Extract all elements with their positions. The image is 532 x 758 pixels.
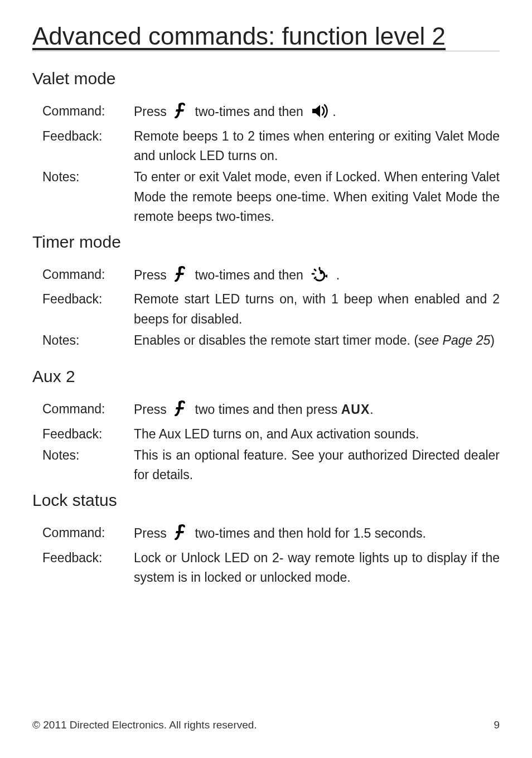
function-icon bbox=[173, 523, 188, 547]
body-notes: This is an optional feature. See your au… bbox=[134, 446, 500, 485]
page: Advanced commands: function level 2 Vale… bbox=[0, 0, 532, 758]
body-feedback: Remote start LED turns on, with 1 beep w… bbox=[134, 289, 500, 329]
section-timer-mode: Timer mode Command: Press two-times and … bbox=[32, 233, 500, 351]
label-notes: Notes: bbox=[42, 167, 132, 227]
body-feedback: Lock or Unlock LED on 2- way remote ligh… bbox=[134, 548, 500, 588]
body-command: Press two times and then press AUX. bbox=[134, 399, 500, 423]
page-number: 9 bbox=[494, 719, 500, 731]
label-command: Command: bbox=[42, 399, 132, 423]
body-notes: To enter or exit Valet mode, even if Loc… bbox=[134, 167, 500, 227]
body-feedback: The Aux LED turns on, and Aux activation… bbox=[134, 424, 500, 445]
label-notes: Notes: bbox=[42, 331, 132, 351]
heading-valet-mode: Valet mode bbox=[32, 69, 500, 88]
section-valet-mode: Valet mode Command: Press two-times and … bbox=[32, 69, 500, 227]
dial-icon bbox=[310, 266, 329, 289]
label-feedback: Feedback: bbox=[42, 424, 132, 445]
label-feedback: Feedback: bbox=[42, 127, 132, 166]
svg-line-1 bbox=[315, 269, 316, 271]
body-command: Press two-times and then . bbox=[134, 102, 500, 125]
heading-lock-status: Lock status bbox=[32, 491, 500, 510]
svg-line-3 bbox=[315, 277, 316, 278]
svg-point-4 bbox=[320, 271, 323, 274]
section-aux-2: Aux 2 Command: Press two times and then … bbox=[32, 367, 500, 485]
body-notes: Enables or disables the remote start tim… bbox=[134, 331, 500, 351]
label-feedback: Feedback: bbox=[42, 548, 132, 588]
page-title: Advanced commands: function level 2 bbox=[32, 22, 500, 54]
label-notes: Notes: bbox=[42, 446, 132, 485]
label-command: Command: bbox=[42, 265, 132, 289]
body-command: Press two-times and then . bbox=[134, 265, 500, 289]
function-icon bbox=[173, 399, 188, 423]
copyright: © 2011 Directed Electronics. All rights … bbox=[32, 719, 257, 731]
footer: © 2011 Directed Electronics. All rights … bbox=[32, 719, 500, 731]
body-command: Press two-times and then hold for 1.5 se… bbox=[134, 523, 500, 547]
label-command: Command: bbox=[42, 523, 132, 547]
function-icon bbox=[173, 265, 188, 289]
function-icon bbox=[173, 102, 188, 125]
label-feedback: Feedback: bbox=[42, 289, 132, 329]
label-command: Command: bbox=[42, 102, 132, 125]
sound-icon bbox=[310, 103, 329, 125]
section-lock-status: Lock status Command: Press two-times and… bbox=[32, 491, 500, 588]
heading-aux-2: Aux 2 bbox=[32, 367, 500, 386]
body-feedback: Remote beeps 1 to 2 times when entering … bbox=[134, 127, 500, 166]
heading-timer-mode: Timer mode bbox=[32, 233, 500, 252]
